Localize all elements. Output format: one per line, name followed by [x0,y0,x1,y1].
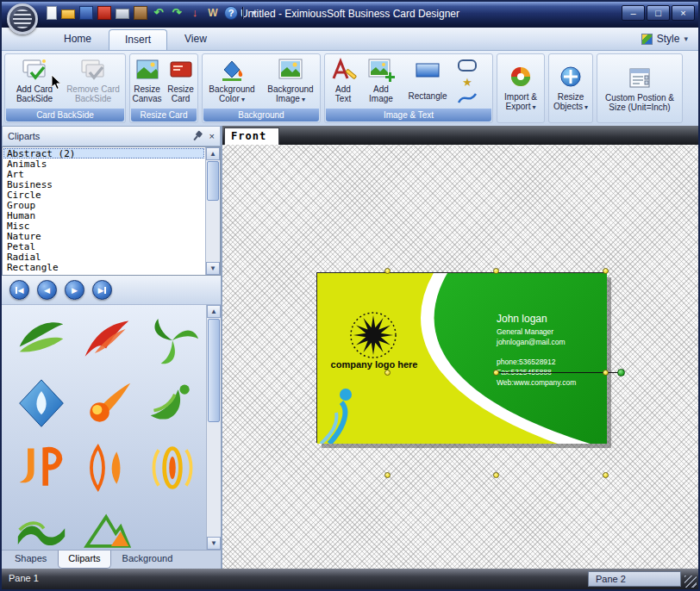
save-icon[interactable] [79,6,93,20]
remove-card-backside-button[interactable]: Remove Card BackSide [64,54,122,109]
card-logo-caption: company logo here [324,359,424,370]
resize-objects-button[interactable]: Resize Objects▾ [553,65,588,112]
new-document-icon[interactable] [47,6,57,20]
category-item-art[interactable]: Art [3,169,204,179]
category-item-business[interactable]: Business [3,179,204,190]
selection-handle-center[interactable] [493,370,499,376]
clipart-item-letters-orange[interactable] [10,438,72,498]
next-page-button[interactable]: ▶ [65,280,84,300]
import-export-button[interactable]: Import & Export▾ [504,65,537,112]
web-icon[interactable]: W [206,6,220,20]
category-item-animals[interactable]: Animals [3,159,204,169]
open-file-icon[interactable] [61,9,75,19]
background-image-icon [277,57,304,83]
selection-handle-mid-left[interactable] [384,370,391,376]
category-item-misc[interactable]: Misc [3,221,204,231]
clipart-item-wave-green[interactable] [10,501,72,550]
resize-grip[interactable] [684,575,697,588]
pin-icon[interactable] [191,129,203,143]
scrollbar-thumb[interactable] [208,319,220,422]
selection-handle-mid-right[interactable] [603,370,609,376]
category-item-abstract[interactable]: Abstract (2) [3,148,204,159]
design-canvas[interactable]: company logo here John logan General Man… [222,145,698,569]
rectangle-button[interactable]: Rectangle [401,54,454,109]
help-icon[interactable]: ? [224,6,238,20]
selection-handle-top-left[interactable] [384,268,391,274]
scroll-down-icon[interactable]: ▼ [207,537,221,550]
category-item-group[interactable]: Group [3,200,204,210]
card-role: General Manager [497,327,576,336]
business-card[interactable]: company logo here John logan General Man… [316,272,606,443]
quick-access-toolbar: ↶ ↷ ↓ W ? ▾ [47,6,261,20]
category-item-human[interactable]: Human [3,210,204,221]
selection-handle-bottom-left[interactable] [384,472,391,478]
export-pdf-icon[interactable] [97,6,111,20]
tab-view[interactable]: View [169,29,222,50]
toolbar-options-chevron-icon[interactable]: ▾ [247,6,261,20]
titlebar: ↶ ↷ ↓ W ? ▾ Untitled - EximiousSoft Busi… [2,2,698,28]
selection-handle-bottom-mid[interactable] [493,472,499,478]
button-label-line: Card [172,94,191,103]
tab-cliparts[interactable]: Cliparts [58,551,110,569]
clipart-item-mountain-green[interactable] [76,501,138,550]
clipart-item-leaf-swoosh-green[interactable] [10,310,72,370]
clipart-grid-scrollbar[interactable]: ▲ ▼ [206,305,221,550]
resize-card-button[interactable]: Resize Card [164,54,197,109]
scroll-down-icon[interactable]: ▼ [206,262,220,275]
background-color-button[interactable]: Background Color▾ [203,54,261,109]
clipart-item-diamond-blue[interactable] [10,374,72,434]
dropdown-arrow-icon: ▾ [584,103,588,111]
scroll-up-icon[interactable]: ▲ [207,305,221,318]
clipart-item-pinwheel-green[interactable] [141,310,203,370]
category-item-nature[interactable]: Nature [3,231,204,241]
category-item-radial[interactable]: Radial [3,252,204,262]
rounded-rectangle-tool-button[interactable] [456,58,478,73]
undo-icon[interactable]: ↶ [152,6,166,20]
scroll-up-icon[interactable]: ▲ [206,147,220,160]
tab-shapes[interactable]: Shapes [5,551,56,569]
tools-icon[interactable] [134,6,147,20]
tab-home[interactable]: Home [48,29,107,50]
category-item-circle[interactable]: Circle [3,190,204,200]
background-image-button[interactable]: Background Image▾ [261,54,320,109]
custom-position-size-button[interactable]: Custom Postion & Size (Unit=Inch) [605,65,674,112]
selection-handle-top-mid[interactable] [493,268,499,274]
redo-icon[interactable]: ↷ [170,6,184,20]
clipart-item-ovals-yellow[interactable] [141,438,203,498]
selection-handle-bottom-right[interactable] [603,472,609,478]
button-label-line: Canvas [133,94,162,103]
clipart-item-bird-swoosh-green[interactable] [141,374,203,434]
add-text-button[interactable]: Add Text [325,54,361,109]
rotation-handle[interactable] [617,369,625,376]
style-dropdown[interactable]: Style ▾ [641,33,688,45]
add-image-button[interactable]: Add Image [361,54,401,109]
selection-handle-top-right[interactable] [603,268,609,274]
minimize-button[interactable]: – [622,5,645,21]
clipart-item-leaves-orange[interactable] [76,438,138,498]
scrollbar-thumb[interactable] [207,161,219,201]
app-menu-button[interactable] [7,3,38,34]
button-label-line: Add [335,84,351,94]
first-page-button[interactable]: ◀ [9,280,29,300]
resize-canvas-button[interactable]: Resize Canvas [130,54,164,109]
panel-close-icon[interactable]: × [209,131,215,141]
style-palette-icon [641,34,653,45]
close-button[interactable]: × [672,5,695,21]
tab-front[interactable]: Front [224,128,279,145]
prev-page-button[interactable]: ◀ [37,280,57,300]
curve-tool-button[interactable] [456,90,478,106]
tab-insert[interactable]: Insert [109,29,167,50]
star-tool-button[interactable]: ★ [456,75,478,89]
category-list-scrollbar[interactable]: ▲ ▼ [205,147,220,275]
print-icon[interactable] [116,9,129,19]
last-page-button[interactable]: ▶ [92,280,112,300]
category-item-rectangle[interactable]: Rectangle [3,262,204,272]
maximize-button[interactable]: □ [647,5,670,21]
clipart-item-comet-orange[interactable] [76,374,138,434]
status-pane1: Pane 1 [9,573,39,583]
category-item-petal[interactable]: Petal [3,241,204,252]
clipart-item-flame-red[interactable] [76,310,138,370]
tab-background[interactable]: Background [113,551,183,569]
chevron-down-icon: ▾ [684,34,688,43]
download-icon[interactable]: ↓ [188,6,202,20]
